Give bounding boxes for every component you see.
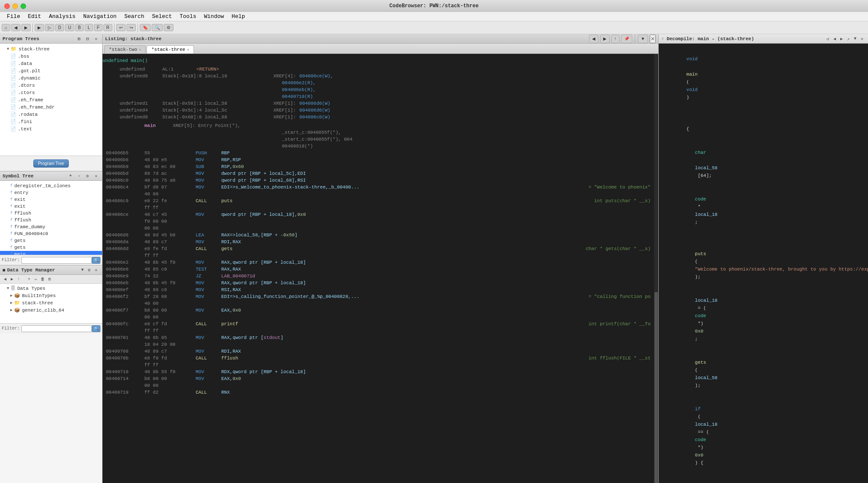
menu-select[interactable]: Select [149,12,176,21]
tab-stack-two-close[interactable]: ✕ [139,47,141,52]
sym-deregister[interactable]: f deregister_tm_clones [0,183,102,189]
dt-generic-clib[interactable]: ▶ 📦 generic_clib_64 [0,306,102,314]
symbol-tree-close[interactable]: ✕ [93,173,100,180]
listing-nav-next[interactable]: ▶ [600,35,610,43]
toolbar-btn-step[interactable]: ▷ [45,24,54,31]
decompiler-content[interactable]: void main ( void ) { char local_58 [64];… [659,44,868,483]
program-trees-icon2[interactable]: ⊟ [84,35,91,42]
sym-fun-004004c0[interactable]: f FUN_004004c0 [0,230,102,237]
tree-data[interactable]: 📄 .data [0,60,102,67]
tab-stack-two[interactable]: *stack-two ✕ [104,45,146,53]
tree-rodata[interactable]: 📄 .rodata [0,111,102,118]
sym-exit-1[interactable]: f exit [0,196,102,203]
menu-edit[interactable]: Edit [24,12,44,21]
tree-dynamic[interactable]: 📄 .dynamic [0,74,102,82]
dtm-icon1[interactable]: ▼ [79,267,86,274]
program-trees-icon1[interactable]: ⊞ [76,35,82,42]
sym-gets-1[interactable]: f gets [0,237,102,244]
dtm-edit[interactable]: ✏ [32,276,39,283]
menu-file[interactable]: File [3,12,23,21]
listing-content[interactable]: undefined main() undefined AL:1 <RETURN>… [103,54,654,483]
maximize-button[interactable] [21,3,26,9]
symbol-tree-icon3[interactable]: ⚙ [84,173,91,180]
dtm-new[interactable]: + [26,276,32,283]
tree-text[interactable]: 📄 .text [0,125,102,133]
data-type-manager-header: ◼ Data Type Manager ▼ ⚙ ✕ [0,265,102,275]
decompiler-export[interactable]: ↗ [845,35,852,42]
tree-dtors[interactable]: 📄 .dtors [0,82,102,89]
menu-tools[interactable]: Tools [176,12,200,21]
tab-stack-three[interactable]: *stack-three ✕ [147,45,194,53]
sym-main[interactable]: f main [0,251,102,255]
dtm-nav-up[interactable]: ↑ [15,276,22,283]
listing-panel-close[interactable]: ✕ [650,35,656,43]
toolbar-btn-decompile[interactable]: D [55,24,64,31]
toolbar-btn-undo[interactable]: ↩ [116,24,126,31]
listing-nav-prev[interactable]: ◀ [589,35,598,43]
dtm-delete[interactable]: 🗑 [39,276,46,283]
listing-scrollbar[interactable] [654,54,658,483]
listing-nav-up[interactable]: ↑ [611,35,619,43]
symbol-tree-icon1[interactable]: + [67,173,74,180]
listing-snap[interactable]: 📌 [621,35,632,43]
program-tree-button[interactable]: Program Tree [33,159,69,168]
tab-stack-three-close[interactable]: ✕ [187,47,189,52]
dt-filter-input[interactable] [21,325,92,332]
toolbar-btn-home[interactable]: ⌂ [2,24,10,31]
decompiler-prev[interactable]: ◀ [831,35,838,42]
toolbar-btn-disasm[interactable]: U [65,24,74,31]
toolbar-btn-search[interactable]: 🔍 [152,24,163,31]
toolbar-btn-label[interactable]: L [85,24,93,31]
toolbar-btn-run[interactable]: ▶ [35,24,44,31]
dt-stack-three[interactable]: ▶ 📁 stack-three [0,299,102,306]
sym-frame-dummy[interactable]: f frame_dummy [0,224,102,230]
tree-eh-frame[interactable]: 📄 .eh_frame [0,96,102,103]
program-trees-close[interactable]: ✕ [93,35,100,42]
decompiler-refresh[interactable]: ↺ [824,35,831,42]
dt-builtin[interactable]: ▶ 📦 BuiltInTypes [0,292,102,299]
close-button[interactable] [4,3,10,9]
tree-eh-frame-hdr[interactable]: 📄 .eh_frame_hdr [0,103,102,111]
symbol-filter-input[interactable] [21,257,92,264]
tree-fini[interactable]: 📄 .fini [0,118,102,125]
main-content: Program Trees ⊞ ⊟ ✕ ▼ 📁 stack-three 📄 .b… [0,34,868,483]
tree-ctors[interactable]: 📄 .ctors [0,89,102,96]
sym-gets-2[interactable]: f gets [0,244,102,251]
toolbar-btn-debug[interactable]: ⚙ [164,24,173,31]
symbol-filter-search[interactable]: 🔍 [92,257,100,264]
toolbar-btn-ref[interactable]: R [103,24,112,31]
menu-help[interactable]: Help [228,12,248,21]
decompiler-close[interactable]: ✕ [859,35,865,42]
dtm-nav-back[interactable]: ◀ [2,276,9,283]
sym-exit-2[interactable]: f exit [0,203,102,210]
dt-filter-search[interactable]: 🔍 [92,325,100,332]
toolbar-btn-func[interactable]: F [94,24,103,31]
dtm-expand[interactable]: ⊞ [46,276,53,283]
tree-root[interactable]: ▼ 📁 stack-three [0,45,102,53]
dtm-icon2[interactable]: ⚙ [86,267,93,274]
sym-fflush-2[interactable]: f fflush [0,217,102,224]
toolbar-btn-back[interactable]: ◀ [11,24,21,31]
sym-fflush-1[interactable]: f fflush [0,210,102,217]
menu-analysis[interactable]: Analysis [45,12,79,21]
decompiler-settings[interactable]: ▼ [852,35,859,42]
toolbar-btn-forward[interactable]: ▶ [21,24,31,31]
menu-search[interactable]: Search [121,12,148,21]
dtm-nav-fwd[interactable]: ▶ [9,276,15,283]
menu-window[interactable]: Window [201,12,228,21]
symbol-tree-icon2[interactable]: - [76,173,82,180]
toolbar-btn-byte[interactable]: B [75,24,84,31]
menu-navigation[interactable]: Navigation [80,12,120,21]
toolbar-btn-bookmark[interactable]: 🔖 [140,24,151,31]
center-panel: Listing: stack-three ◀ ▶ ↑ 📌 ▼ ✕ *stack-… [103,34,659,483]
tree-bss[interactable]: 📄 .bss [0,53,102,60]
sym-entry[interactable]: f entry [0,189,102,196]
minimize-button[interactable] [12,3,18,9]
toolbar-btn-redo[interactable]: ↪ [126,24,136,31]
tree-got[interactable]: 📄 .got.plt [0,67,102,74]
dtm-close[interactable]: ✕ [93,267,100,274]
decompiler-next[interactable]: ▶ [838,35,845,42]
dt-root[interactable]: ▼ 🗄 Data Types [0,285,102,292]
instr-sub-rsp: 004006b9 48 83 ec 60 SUB RSP,0x60 [103,163,654,170]
listing-close[interactable]: ▼ [638,35,648,43]
